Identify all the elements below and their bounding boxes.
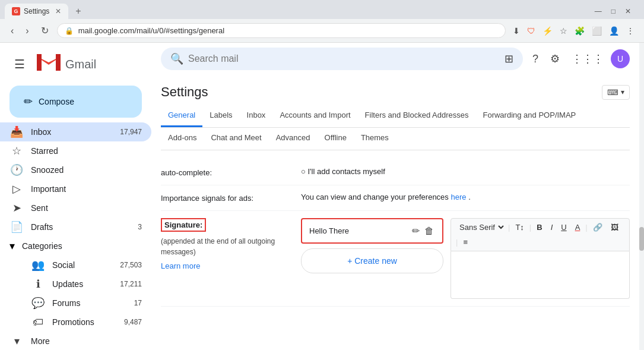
importance-link[interactable]: here xyxy=(451,193,466,201)
brave-icon[interactable]: 🛡 xyxy=(525,24,538,38)
window-close[interactable]: ✕ xyxy=(621,6,635,17)
extension-icon[interactable]: 🧩 xyxy=(572,24,587,38)
active-tab[interactable]: G Settings ✕ xyxy=(5,4,68,19)
sent-label: Sent xyxy=(31,203,142,213)
settings-tabs-row1: General Labels Inbox Accounts and Import… xyxy=(161,105,630,128)
importance-row: Importance signals for ads: You can view… xyxy=(161,185,630,211)
keyboard-shortcuts-button[interactable]: ⌨ ▾ xyxy=(602,85,630,100)
font-family-select[interactable]: Sans Serif xyxy=(456,221,506,234)
tab-labels[interactable]: Labels xyxy=(202,105,239,127)
snoozed-label: Snoozed xyxy=(31,165,142,175)
sidebar-item-promotions[interactable]: 🏷 Promotions 9,487 xyxy=(0,313,151,332)
signature-label-col: Signature: (appended at the end of all o… xyxy=(161,218,291,271)
starred-label: Starred xyxy=(31,146,142,156)
learn-more-link[interactable]: Learn more xyxy=(161,261,200,270)
signature-label: Signature: xyxy=(161,218,206,232)
tab-advanced[interactable]: Advanced xyxy=(269,127,318,150)
promotions-count: 9,487 xyxy=(124,318,142,326)
sidebar-item-drafts[interactable]: 📄 Drafts 3 xyxy=(0,217,151,237)
profile-icon[interactable]: 👤 xyxy=(607,24,621,38)
hamburger-menu[interactable]: ☰ xyxy=(9,52,30,76)
sidebar-item-social[interactable]: 👥 Social 27,503 xyxy=(0,256,151,275)
tab-bar: G Settings ✕ + — □ ✕ xyxy=(0,0,644,19)
tab-forwarding[interactable]: Forwarding and POP/IMAP xyxy=(475,105,583,127)
bold-btn[interactable]: B xyxy=(534,221,545,234)
scrollbar[interactable] xyxy=(639,43,644,350)
sidebar-item-snoozed[interactable]: 🕐 Snoozed xyxy=(0,160,151,179)
importance-label: Importance signals for ads: xyxy=(161,194,253,203)
tab-chat[interactable]: Chat and Meet xyxy=(204,127,268,150)
signature-delete-btn[interactable]: 🗑 xyxy=(423,224,435,238)
snoozed-icon: 🕐 xyxy=(9,163,24,176)
vpn-icon[interactable]: ⚡ xyxy=(540,24,555,38)
tab-close-btn[interactable]: ✕ xyxy=(55,7,61,15)
search-input[interactable] xyxy=(188,53,500,64)
link-btn[interactable]: 🔗 xyxy=(590,221,605,234)
address-bar[interactable]: 🔒 mail.google.com/mail/u/0/#settings/gen… xyxy=(57,23,506,38)
new-tab-button[interactable]: + xyxy=(71,4,85,19)
forums-count: 17 xyxy=(134,299,142,307)
font-size-btn[interactable]: T↕ xyxy=(512,221,526,234)
image-btn[interactable]: 🖼 xyxy=(608,221,621,234)
download-icon[interactable]: ⬇ xyxy=(510,24,522,38)
filter-icon[interactable]: ⊞ xyxy=(505,52,513,65)
reload-button[interactable]: ↻ xyxy=(37,23,52,39)
search-bar[interactable]: 🔍 ⊞ xyxy=(161,48,523,70)
signature-actions: ✏ 🗑 xyxy=(411,224,435,238)
sidebar-item-sent[interactable]: ➤ Sent xyxy=(0,198,151,217)
window-icon[interactable]: ⬜ xyxy=(589,24,604,38)
help-button[interactable]: ? xyxy=(528,48,543,70)
tab-general[interactable]: General xyxy=(161,105,202,127)
categories-expand-icon: ▾ xyxy=(9,239,15,253)
settings-area: Settings ⌨ ▾ General Labels Inbox Accoun… xyxy=(151,75,639,350)
tab-offline[interactable]: Offline xyxy=(318,127,354,150)
signature-edit-btn[interactable]: ✏ xyxy=(411,224,421,238)
social-icon: 👥 xyxy=(31,258,45,272)
apps-button[interactable]: ⋮⋮⋮ xyxy=(567,48,608,70)
settings-tabs-row2: Add-ons Chat and Meet Advanced Offline T… xyxy=(161,127,630,150)
tab-addons[interactable]: Add-ons xyxy=(161,127,204,150)
compose-button[interactable]: ✏ Compose xyxy=(9,86,142,118)
sidebar-item-inbox[interactable]: 📥 Inbox 17,947 xyxy=(0,122,151,141)
tab-favicon: G xyxy=(12,7,20,15)
bookmark-btn[interactable]: ☆ xyxy=(557,24,570,38)
window-minimize[interactable]: — xyxy=(591,6,605,17)
sidebar-item-updates[interactable]: ℹ Updates 17,211 xyxy=(0,275,151,294)
tab-inbox[interactable]: Inbox xyxy=(240,105,273,127)
nav-icons: ⬇ 🛡 ⚡ ☆ 🧩 ⬜ 👤 ⋮ xyxy=(510,24,637,38)
avatar[interactable]: U xyxy=(611,49,630,68)
signature-name: Hello There xyxy=(309,226,349,235)
signature-editor-body[interactable] xyxy=(451,251,630,299)
updates-count: 17,211 xyxy=(120,280,142,288)
align-btn[interactable]: ≡ xyxy=(460,236,471,248)
sidebar-item-starred[interactable]: ☆ Starred xyxy=(0,141,151,160)
menu-icon[interactable]: ⋮ xyxy=(624,24,637,38)
inbox-label: Inbox xyxy=(31,127,113,137)
window-maximize[interactable]: □ xyxy=(608,6,619,17)
promotions-label: Promotions xyxy=(52,317,117,327)
drafts-count: 3 xyxy=(138,223,142,231)
settings-button[interactable]: ⚙ xyxy=(545,48,564,70)
sidebar-item-more[interactable]: ▾ More xyxy=(0,332,151,350)
underline-btn[interactable]: U xyxy=(558,221,569,234)
tab-accounts[interactable]: Accounts and Import xyxy=(272,105,357,127)
toolbar-divider2: | xyxy=(529,223,531,232)
importance-text: You can view and change your preferences xyxy=(301,193,449,201)
forward-button[interactable]: › xyxy=(22,23,32,39)
tab-filters[interactable]: Filters and Blocked Addresses xyxy=(358,105,476,127)
social-label: Social xyxy=(52,260,113,270)
sidebar-item-forums[interactable]: 💬 Forums 17 xyxy=(0,294,151,313)
categories-header[interactable]: ▾ Categories xyxy=(0,237,151,256)
font-color-btn[interactable]: A xyxy=(572,221,583,234)
header-icons: ? ⚙ ⋮⋮⋮ U xyxy=(528,48,630,70)
back-button[interactable]: ‹ xyxy=(7,23,17,39)
italic-btn[interactable]: I xyxy=(548,221,556,234)
signature-item-hello-there[interactable]: Hello There ✏ 🗑 xyxy=(301,218,443,244)
autocomplete-row: auto-complete: ○ I'll add contacts mysel… xyxy=(161,160,630,185)
signature-editor-area: Hello There ✏ 🗑 + Create new xyxy=(301,218,630,299)
search-icon: 🔍 xyxy=(170,52,183,65)
address-url: mail.google.com/mail/u/0/#settings/gener… xyxy=(78,26,498,35)
tab-themes[interactable]: Themes xyxy=(354,127,396,150)
sidebar-item-important[interactable]: ▷ Important xyxy=(0,179,151,198)
create-new-signature-button[interactable]: + Create new xyxy=(301,248,443,273)
